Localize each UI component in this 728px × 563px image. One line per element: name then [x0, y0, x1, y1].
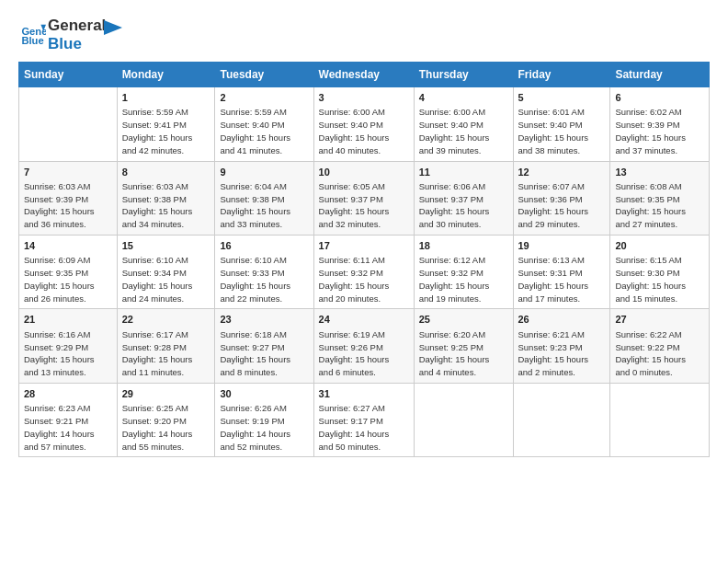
calendar-cell: 24Sunrise: 6:19 AMSunset: 9:26 PMDayligh… [313, 309, 414, 383]
day-info: Sunrise: 6:16 AMSunset: 9:29 PMDaylight:… [24, 328, 112, 379]
day-info: Sunrise: 6:27 AMSunset: 9:17 PMDaylight:… [319, 402, 409, 453]
weekday-header: Thursday [414, 63, 513, 87]
day-number: 7 [24, 166, 112, 179]
day-info: Sunrise: 6:06 AMSunset: 9:37 PMDaylight:… [419, 180, 508, 231]
header: General Blue General Blue [18, 17, 710, 52]
day-number: 24 [319, 313, 409, 327]
calendar-header-row: SundayMondayTuesdayWednesdayThursdayFrid… [19, 63, 710, 87]
svg-text:Blue: Blue [21, 34, 43, 45]
day-number: 4 [419, 91, 508, 105]
day-info: Sunrise: 6:11 AMSunset: 9:32 PMDaylight:… [319, 254, 409, 304]
day-number: 18 [419, 239, 508, 253]
calendar-cell: 19Sunrise: 6:13 AMSunset: 9:31 PMDayligh… [513, 236, 610, 309]
day-info: Sunrise: 6:22 AMSunset: 9:22 PMDaylight:… [615, 328, 704, 379]
calendar-cell: 8Sunrise: 6:03 AMSunset: 9:38 PMDaylight… [117, 161, 215, 235]
day-info: Sunrise: 6:03 AMSunset: 9:39 PMDaylight:… [24, 180, 112, 231]
day-info: Sunrise: 6:21 AMSunset: 9:23 PMDaylight:… [518, 328, 606, 379]
calendar-cell: 18Sunrise: 6:12 AMSunset: 9:32 PMDayligh… [414, 236, 513, 309]
day-info: Sunrise: 6:20 AMSunset: 9:25 PMDaylight:… [419, 328, 508, 379]
day-info: Sunrise: 6:23 AMSunset: 9:21 PMDaylight:… [24, 402, 112, 453]
day-info: Sunrise: 6:04 AMSunset: 9:38 PMDaylight:… [220, 180, 308, 231]
day-number: 30 [220, 387, 308, 401]
day-number: 20 [615, 239, 704, 253]
calendar-cell: 31Sunrise: 6:27 AMSunset: 9:17 PMDayligh… [313, 383, 414, 456]
calendar-cell: 14Sunrise: 6:09 AMSunset: 9:35 PMDayligh… [19, 236, 118, 309]
day-number: 31 [319, 387, 409, 401]
day-number: 19 [518, 239, 606, 253]
day-info: Sunrise: 6:15 AMSunset: 9:30 PMDaylight:… [615, 254, 704, 304]
logo: General Blue General Blue [18, 17, 122, 52]
day-info: Sunrise: 6:17 AMSunset: 9:28 PMDaylight:… [122, 328, 210, 379]
calendar-cell: 30Sunrise: 6:26 AMSunset: 9:19 PMDayligh… [215, 383, 313, 456]
day-number: 1 [122, 91, 210, 105]
calendar-cell: 17Sunrise: 6:11 AMSunset: 9:32 PMDayligh… [313, 236, 414, 309]
calendar-table: SundayMondayTuesdayWednesdayThursdayFrid… [18, 62, 710, 457]
day-number: 25 [419, 313, 508, 327]
day-number: 21 [24, 313, 112, 327]
day-info: Sunrise: 6:02 AMSunset: 9:39 PMDaylight:… [615, 106, 704, 156]
day-info: Sunrise: 6:10 AMSunset: 9:34 PMDaylight:… [122, 254, 210, 304]
logo-icon: General Blue [20, 22, 46, 48]
calendar-cell: 5Sunrise: 6:01 AMSunset: 9:40 PMDaylight… [513, 87, 610, 161]
day-number: 6 [615, 91, 704, 105]
calendar-cell: 7Sunrise: 6:03 AMSunset: 9:39 PMDaylight… [19, 161, 118, 235]
day-number: 5 [518, 91, 606, 105]
calendar-week-row: 14Sunrise: 6:09 AMSunset: 9:35 PMDayligh… [19, 236, 710, 309]
logo-flag-icon [104, 20, 122, 46]
day-number: 26 [518, 313, 606, 327]
day-number: 27 [615, 313, 704, 327]
calendar-cell: 1Sunrise: 5:59 AMSunset: 9:41 PMDaylight… [117, 87, 215, 161]
day-info: Sunrise: 6:25 AMSunset: 9:20 PMDaylight:… [122, 402, 210, 453]
calendar-cell: 15Sunrise: 6:10 AMSunset: 9:34 PMDayligh… [117, 236, 215, 309]
logo-line2: Blue [48, 35, 106, 53]
day-info: Sunrise: 6:01 AMSunset: 9:40 PMDaylight:… [518, 106, 606, 156]
day-number: 3 [319, 91, 409, 105]
day-info: Sunrise: 6:07 AMSunset: 9:36 PMDaylight:… [518, 180, 606, 231]
day-number: 17 [319, 239, 409, 253]
day-info: Sunrise: 6:26 AMSunset: 9:19 PMDaylight:… [220, 402, 308, 453]
calendar-cell: 2Sunrise: 5:59 AMSunset: 9:40 PMDaylight… [215, 87, 313, 161]
calendar-cell: 21Sunrise: 6:16 AMSunset: 9:29 PMDayligh… [19, 309, 118, 383]
day-info: Sunrise: 6:03 AMSunset: 9:38 PMDaylight:… [122, 180, 210, 231]
calendar-week-row: 28Sunrise: 6:23 AMSunset: 9:21 PMDayligh… [19, 383, 710, 456]
day-number: 8 [122, 166, 210, 179]
day-number: 11 [419, 166, 508, 179]
calendar-week-row: 7Sunrise: 6:03 AMSunset: 9:39 PMDaylight… [19, 161, 710, 235]
svg-marker-3 [104, 20, 122, 35]
weekday-header: Tuesday [215, 63, 313, 87]
calendar-cell: 4Sunrise: 6:00 AMSunset: 9:40 PMDaylight… [414, 87, 513, 161]
calendar-cell: 3Sunrise: 6:00 AMSunset: 9:40 PMDaylight… [313, 87, 414, 161]
calendar-cell: 13Sunrise: 6:08 AMSunset: 9:35 PMDayligh… [610, 161, 710, 235]
day-info: Sunrise: 6:09 AMSunset: 9:35 PMDaylight:… [24, 254, 112, 304]
weekday-header: Wednesday [313, 63, 414, 87]
day-info: Sunrise: 6:00 AMSunset: 9:40 PMDaylight:… [319, 106, 409, 156]
day-info: Sunrise: 6:08 AMSunset: 9:35 PMDaylight:… [615, 180, 704, 231]
day-info: Sunrise: 6:12 AMSunset: 9:32 PMDaylight:… [419, 254, 508, 304]
day-number: 9 [220, 166, 308, 179]
day-info: Sunrise: 6:00 AMSunset: 9:40 PMDaylight:… [419, 106, 508, 156]
day-info: Sunrise: 6:10 AMSunset: 9:33 PMDaylight:… [220, 254, 308, 304]
calendar-cell: 22Sunrise: 6:17 AMSunset: 9:28 PMDayligh… [117, 309, 215, 383]
calendar-cell: 11Sunrise: 6:06 AMSunset: 9:37 PMDayligh… [414, 161, 513, 235]
day-info: Sunrise: 6:05 AMSunset: 9:37 PMDaylight:… [319, 180, 409, 231]
calendar-cell: 6Sunrise: 6:02 AMSunset: 9:39 PMDaylight… [610, 87, 710, 161]
day-info: Sunrise: 6:18 AMSunset: 9:27 PMDaylight:… [220, 328, 308, 379]
day-number: 23 [220, 313, 308, 327]
weekday-header: Saturday [610, 63, 710, 87]
day-number: 28 [24, 387, 112, 401]
calendar-cell [414, 383, 513, 456]
calendar-cell: 28Sunrise: 6:23 AMSunset: 9:21 PMDayligh… [19, 383, 118, 456]
day-number: 15 [122, 239, 210, 253]
calendar-week-row: 21Sunrise: 6:16 AMSunset: 9:29 PMDayligh… [19, 309, 710, 383]
calendar-cell: 23Sunrise: 6:18 AMSunset: 9:27 PMDayligh… [215, 309, 313, 383]
day-number: 10 [319, 166, 409, 179]
weekday-header: Friday [513, 63, 610, 87]
logo-line1: General [48, 17, 106, 35]
day-number: 13 [615, 166, 704, 179]
day-info: Sunrise: 6:19 AMSunset: 9:26 PMDaylight:… [319, 328, 409, 379]
calendar-cell: 12Sunrise: 6:07 AMSunset: 9:36 PMDayligh… [513, 161, 610, 235]
day-number: 2 [220, 91, 308, 105]
day-number: 29 [122, 387, 210, 401]
calendar-cell: 29Sunrise: 6:25 AMSunset: 9:20 PMDayligh… [117, 383, 215, 456]
calendar-cell: 20Sunrise: 6:15 AMSunset: 9:30 PMDayligh… [610, 236, 710, 309]
